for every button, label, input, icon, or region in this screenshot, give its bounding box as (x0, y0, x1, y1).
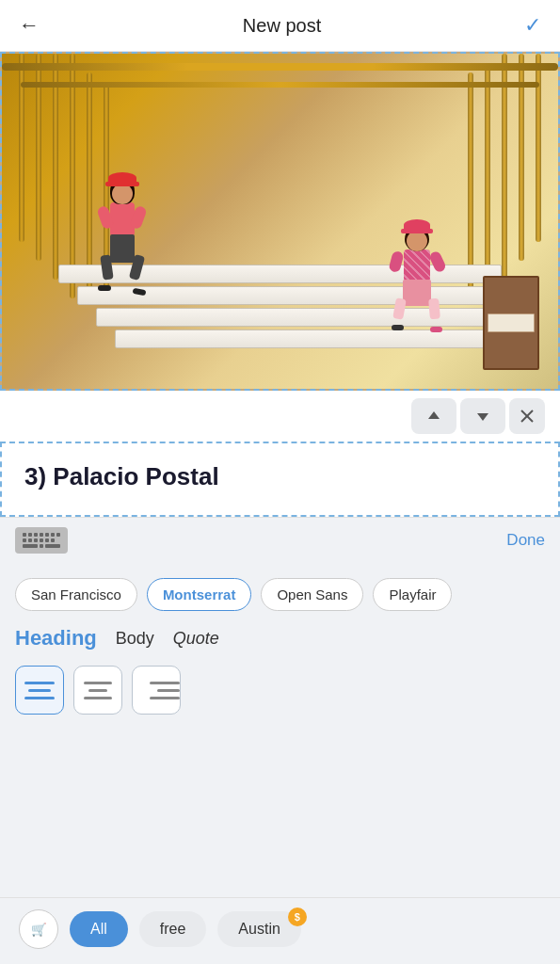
tag-free-button[interactable]: free (139, 911, 207, 947)
style-body-button[interactable]: Body (116, 629, 154, 649)
text-style-selector: Heading Body Quote (0, 626, 560, 666)
font-san-francisco[interactable]: San Francisco (15, 578, 137, 611)
post-text-content[interactable]: 3) Palacio Postal (24, 462, 536, 491)
move-down-button[interactable] (460, 398, 505, 434)
move-up-button[interactable] (411, 398, 456, 434)
figure-left (96, 172, 148, 295)
bottom-navigation: 🛒 All free Austin $ (0, 897, 560, 964)
alignment-selector (0, 666, 560, 730)
cart-button[interactable]: 🛒 (19, 909, 58, 949)
done-button[interactable]: Done (506, 531, 545, 550)
style-heading-button[interactable]: Heading (15, 626, 97, 651)
tag-austin-wrapper: Austin $ (217, 911, 300, 947)
keyboard-toolbar: Done (0, 517, 560, 563)
font-montserrat[interactable]: Montserrat (147, 578, 252, 611)
figure-right (389, 219, 445, 332)
font-playfair[interactable]: Playfair (373, 578, 452, 611)
align-left-button[interactable] (15, 666, 64, 715)
align-right-button[interactable] (132, 666, 181, 715)
back-button[interactable]: ← (19, 13, 40, 38)
delete-block-button[interactable] (509, 398, 545, 434)
font-open-sans[interactable]: Open Sans (261, 578, 363, 611)
page-title: New post (243, 15, 321, 37)
keyboard-toggle[interactable] (15, 527, 68, 554)
align-center-button[interactable] (73, 666, 122, 715)
tag-all-button[interactable]: All (70, 911, 128, 947)
austin-badge: $ (288, 908, 307, 926)
confirm-button[interactable]: ✓ (524, 13, 541, 38)
cart-icon: 🛒 (31, 923, 47, 937)
style-quote-button[interactable]: Quote (173, 629, 219, 649)
post-image[interactable] (0, 52, 560, 391)
block-controls (0, 391, 560, 442)
text-edit-block[interactable]: 3) Palacio Postal (0, 442, 560, 517)
font-selector: San Francisco Montserrat Open Sans Playf… (0, 578, 560, 626)
header: ← New post ✓ (0, 0, 560, 52)
formatting-panel: San Francisco Montserrat Open Sans Playf… (0, 563, 560, 786)
